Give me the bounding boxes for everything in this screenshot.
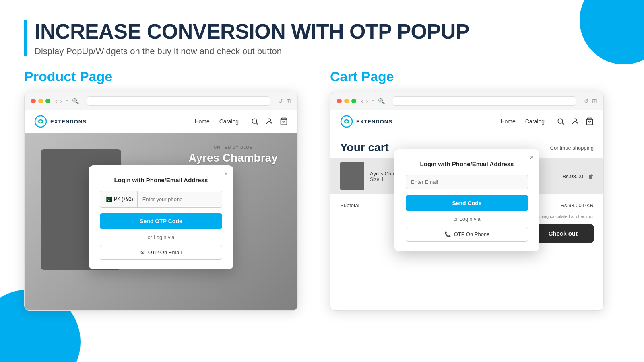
browser-nav-cart: ‹ › ⌂ 🔍 (361, 98, 385, 104)
email-icon: ✉ (140, 249, 145, 255)
svg-point-8 (574, 119, 577, 122)
browser-actions-cart: ↺ ⊞ (584, 98, 597, 104)
search-icon-cart[interactable] (557, 117, 565, 125)
cart-item-price: Rs.98.00 (562, 173, 583, 179)
nav-reload[interactable]: ↺ (278, 98, 283, 104)
nav-search-cart[interactable]: 🔍 (378, 98, 385, 104)
nav-reload-cart[interactable]: ↺ (584, 98, 589, 104)
cart-or-text: or Login via (406, 216, 528, 222)
cart-item-delete-button[interactable]: 🗑 (588, 173, 594, 179)
product-or-text: or Login via (100, 234, 222, 240)
cart-subtotal-label: Subtotal (340, 202, 359, 208)
product-page-column: Product Page ‹ › ⌂ 🔍 (24, 69, 314, 311)
browser-bar-cart: ‹ › ⌂ 🔍 ↺ ⊞ (330, 92, 603, 110)
menu-catalog-product[interactable]: Catalog (219, 118, 239, 125)
nav-forward[interactable]: › (60, 98, 62, 104)
svg-line-2 (256, 123, 258, 125)
cart-checkout-button[interactable]: Check out (532, 224, 594, 243)
cart-page-column: Cart Page ‹ › ⌂ 🔍 (330, 69, 620, 311)
cart-item-image (340, 162, 364, 190)
nav-back-cart[interactable]: ‹ (361, 98, 363, 104)
browser-dots-cart (337, 99, 356, 103)
browser-address-cart (393, 96, 576, 106)
product-flag-emoji: 🇵🇰 (104, 195, 112, 203)
store-nav-product: EXTENDONS Home Catalog (25, 110, 297, 133)
svg-point-1 (252, 119, 257, 124)
nav-expand-cart[interactable]: ⊞ (592, 98, 597, 104)
product-title: Ayres Chambray (177, 152, 289, 165)
product-phone-input-container: 🇵🇰 PK (+92) (100, 191, 222, 208)
product-popup-title: Login with Phone/Email Address (100, 177, 222, 183)
product-alt-login-button[interactable]: ✉ OTP On Email (100, 245, 222, 260)
header-section: INCREASE CONVERSION WITH OTP POPUP Displ… (24, 20, 620, 57)
main-heading: INCREASE CONVERSION WITH OTP POPUP (35, 20, 469, 43)
cart-subtotal-value: Rs.98.00 PKR (561, 202, 594, 208)
nav-back[interactable]: ‹ (55, 98, 57, 104)
nav-home-cart[interactable]: ⌂ (371, 98, 374, 104)
product-alt-btn-text: OTP On Email (148, 249, 182, 255)
dot-green-cart[interactable] (351, 99, 356, 103)
cart-alt-btn-text: OTP On Phone (454, 231, 490, 237)
browser-address-product (87, 96, 270, 106)
browser-dots-product (31, 99, 50, 103)
svg-line-7 (562, 123, 564, 125)
store-logo-product: EXTENDONS (34, 115, 87, 128)
svg-point-6 (558, 119, 563, 124)
dot-red-cart[interactable] (337, 99, 342, 103)
main-subtitle: Display PopUp/Widgets on the buy it now … (35, 46, 469, 57)
cart-popup-close-button[interactable]: × (530, 154, 534, 161)
header-accent-bar (24, 20, 27, 56)
cart-alt-login-button[interactable]: 📞 OTP On Phone (406, 227, 528, 242)
product-country-code: PK (+92) (114, 196, 133, 202)
cart-popup-title: Login with Phone/Email Address (406, 160, 528, 167)
store-icons-cart (557, 117, 594, 125)
dot-green-product[interactable] (45, 99, 50, 103)
store-icons-product (251, 117, 288, 125)
store-logo-cart: EXTENDONS (340, 115, 392, 128)
browser-actions-product: ↺ ⊞ (278, 98, 291, 104)
store-logo-text-product: EXTENDONS (50, 119, 87, 125)
user-icon-cart[interactable] (571, 117, 579, 125)
dot-yellow-product[interactable] (38, 99, 43, 103)
cart-email-field[interactable] (406, 175, 528, 189)
product-content-area: UNITED BY BLUE Ayres Chambray × Login wi… (25, 133, 297, 310)
cart-continue-shopping[interactable]: Continue shopping (550, 145, 594, 151)
nav-forward-cart[interactable]: › (366, 98, 368, 104)
dot-yellow-cart[interactable] (344, 99, 349, 103)
extendons-logo-product (34, 115, 47, 128)
nav-search[interactable]: 🔍 (72, 98, 79, 104)
extendons-logo-cart (340, 115, 353, 128)
search-icon-product[interactable] (251, 117, 259, 125)
cart-send-code-button[interactable]: Send Code (406, 195, 528, 211)
cart-icon-product[interactable] (280, 117, 288, 125)
browser-bar-product: ‹ › ⌂ 🔍 ↺ ⊞ (25, 92, 297, 110)
product-otp-popup: × Login with Phone/Email Address 🇵🇰 PK (… (89, 165, 233, 269)
product-page-label: Product Page (24, 69, 314, 84)
store-nav-cart: EXTENDONS Home Catalog (330, 110, 603, 133)
cart-browser-mockup: ‹ › ⌂ 🔍 ↺ ⊞ (330, 92, 604, 311)
cart-otp-popup: × Login with Phone/Email Address Send Co… (394, 149, 539, 251)
product-phone-field[interactable] (138, 192, 222, 206)
dot-red-product[interactable] (31, 99, 36, 103)
menu-home-cart[interactable]: Home (500, 118, 515, 125)
browser-nav-product: ‹ › ⌂ 🔍 (55, 98, 79, 104)
cart-content-area: Your cart Continue shopping Ayres Chambr… (330, 133, 603, 310)
svg-point-0 (35, 116, 46, 127)
product-send-otp-button[interactable]: Send OTP Code (100, 213, 222, 229)
menu-home-product[interactable]: Home (194, 118, 209, 125)
product-flag-selector[interactable]: 🇵🇰 PK (+92) (100, 191, 138, 207)
product-browser-mockup: ‹ › ⌂ 🔍 ↺ ⊞ (24, 92, 298, 311)
svg-point-3 (268, 119, 271, 122)
cart-icon-cart[interactable] (586, 117, 594, 125)
product-popup-close-button[interactable]: × (224, 170, 228, 177)
svg-point-5 (341, 116, 352, 127)
product-brand: UNITED BY BLUE (177, 145, 289, 150)
nav-expand[interactable]: ⊞ (286, 98, 291, 104)
user-icon-product[interactable] (265, 117, 273, 125)
phone-icon: 📞 (444, 231, 451, 237)
store-menu-product: Home Catalog (194, 118, 239, 125)
nav-home[interactable]: ⌂ (65, 98, 68, 104)
menu-catalog-cart[interactable]: Catalog (525, 118, 545, 125)
cart-page-label: Cart Page (330, 69, 620, 84)
store-logo-text-cart: EXTENDONS (356, 119, 392, 125)
